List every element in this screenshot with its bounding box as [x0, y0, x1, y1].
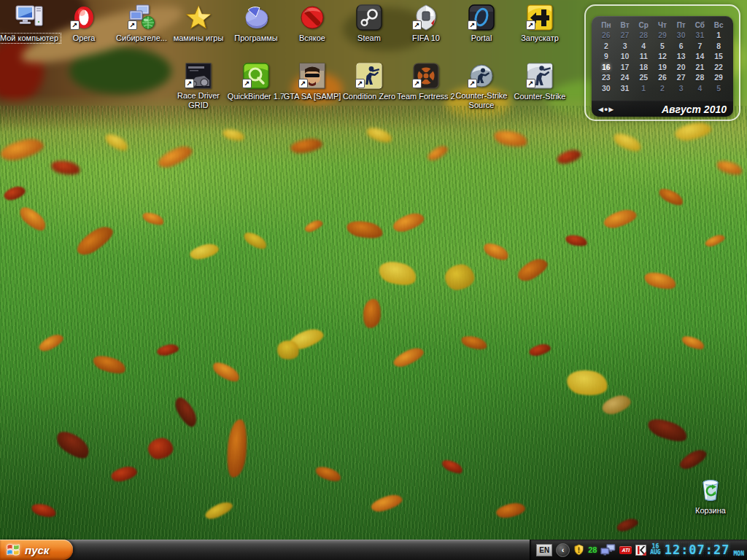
shortcut-arrow-icon: ↗	[298, 79, 308, 88]
calendar-day: 20	[672, 62, 691, 73]
chevron-left-icon: ‹	[562, 545, 565, 554]
pie-chart-icon	[242, 4, 270, 31]
desktop-icon-label: Программы	[231, 33, 280, 44]
shortcut-arrow-icon: ↗	[412, 79, 422, 88]
calendar-day: 30	[672, 30, 691, 41]
calendar-day: 22	[709, 62, 728, 73]
calendar-day: 29	[709, 72, 728, 83]
calendar-day-headers: ПнВтСрЧтПтСбВс	[592, 20, 733, 30]
shortcut-arrow-icon: ↗	[355, 79, 365, 88]
desktop-icon-label: Всякое	[296, 33, 328, 44]
calendar-day: 11	[634, 51, 653, 62]
clock-weekday: MON	[734, 551, 744, 558]
calendar-day: 3	[616, 41, 635, 52]
calendar-day: 8	[709, 41, 728, 52]
system-tray: EN ‹ 28 ATI	[530, 540, 747, 560]
desktop-icon-label: Steam	[355, 33, 384, 44]
shortcut-arrow-icon: ↗	[185, 79, 194, 88]
desktop-icon-opera[interactable]: ↗Opera	[51, 3, 117, 44]
calendar-day: 31	[616, 83, 635, 94]
calendar-day: 30	[597, 83, 616, 94]
calendar-day: 27	[672, 72, 691, 83]
tray-collapse-button[interactable]: ‹	[556, 543, 570, 557]
calendar-day: 26	[653, 72, 672, 83]
calendar-day: 9	[597, 51, 616, 62]
security-shield-icon[interactable]	[573, 544, 584, 556]
clock-date: 16 AUG	[650, 544, 660, 556]
network-icon[interactable]	[600, 544, 616, 556]
desktop-icon-recycle-bin[interactable]: Корзина	[678, 475, 743, 516]
desktop-icon-label: Корзина	[692, 505, 729, 516]
kaspersky-icon[interactable]	[635, 545, 646, 556]
shortcut-arrow-icon: ↗	[468, 20, 477, 30]
calendar-day: 5	[653, 41, 672, 52]
calendar-day: 12	[653, 51, 672, 62]
calendar-day: 17	[616, 62, 635, 73]
calendar-day-header: Пн	[597, 20, 616, 30]
calendar-next-icon[interactable]: ▶	[608, 106, 614, 113]
calendar-day: 5	[709, 83, 728, 94]
temperature-indicator[interactable]: 28	[588, 545, 597, 554]
windows-logo-icon	[6, 542, 20, 557]
desktop-icon-no-entry[interactable]: Всякое	[279, 3, 345, 44]
shortcut-arrow-icon: ↗	[242, 79, 252, 88]
calendar-day: 2	[653, 83, 672, 94]
calendar-footer: ◀●▶ Август 2010	[592, 101, 733, 117]
shortcut-arrow-icon: ↗	[412, 20, 422, 30]
calendar-day: 18	[634, 62, 653, 73]
calendar-month-label: Август 2010	[662, 104, 727, 115]
calendar-day: 4	[634, 41, 653, 52]
calendar-day: 4	[691, 83, 710, 94]
shortcut-arrow-icon: ↗	[468, 79, 477, 88]
calendar-day: 28	[691, 72, 710, 83]
tray-clock[interactable]: 16 AUG 12:07:27 MON	[650, 542, 744, 558]
shortcut-arrow-icon: ↗	[128, 20, 137, 30]
desktop-icon-star[interactable]: мамины игры	[166, 3, 231, 44]
calendar-day-today: 16	[597, 62, 616, 73]
clock-date-month: AUG	[650, 550, 660, 556]
calendar-day: 23	[597, 72, 616, 83]
desktop-icon-label: FIFA 10	[409, 33, 443, 44]
desktop-icon-label: Counter-Strike Source	[449, 90, 514, 111]
desktop-icon-network-places[interactable]: ↗Сибирьтеле...	[109, 3, 174, 44]
calendar-panel: ПнВтСрЧтПтСбВс 2627282930311234567891011…	[592, 16, 733, 117]
calendar-nav[interactable]: ◀●▶	[598, 106, 614, 113]
clock-time: 12:07:27	[663, 542, 732, 558]
desktop-icon-label: мамины игры	[171, 33, 227, 44]
recycle-bin-icon	[697, 477, 724, 503]
calendar-day: 6	[672, 41, 691, 52]
shortcut-arrow-icon: ↗	[526, 79, 535, 88]
desktop-icon-label: Race Driver GRID	[166, 90, 231, 111]
calendar-day: 1	[709, 30, 728, 41]
language-indicator[interactable]: EN	[536, 544, 552, 556]
desktop-icon-label: Condition Zero	[340, 91, 398, 102]
star-icon	[185, 4, 212, 31]
desktop-icon-grid-game[interactable]: ↗Race Driver GRID	[166, 61, 231, 111]
calendar-day-header: Вс	[709, 20, 728, 30]
desktop-icon-gta-sa[interactable]: ↗GTA SA [SAMP]	[279, 61, 345, 102]
desktop-icon-label: Counter-Strike	[511, 91, 569, 102]
calendar-day: 26	[597, 30, 616, 41]
desktop-icon-cs-source[interactable]: ↗Counter-Strike Source	[449, 61, 514, 111]
desktop-icon-condition-zero[interactable]: ↗Condition Zero	[336, 61, 402, 102]
calendar-prev-icon[interactable]: ◀	[598, 106, 604, 113]
desktop-icon-launcher[interactable]: ↗Запускатр	[507, 3, 573, 44]
start-button[interactable]: пуск	[0, 540, 73, 560]
calendar-widget: ПнВтСрЧтПтСбВс 2627282930311234567891011…	[584, 4, 740, 121]
desktop-icon-label: QuickBinder 1.7	[225, 91, 287, 102]
calendar-day: 27	[616, 30, 635, 41]
desktop-icon-label: GTA SA [SAMP]	[281, 91, 344, 102]
ati-icon[interactable]: ATI	[619, 546, 632, 554]
desktop-icon-counter-strike[interactable]: ↗Counter-Strike	[507, 61, 573, 102]
desktop-icon-steam[interactable]: Steam	[336, 3, 402, 44]
calendar-day: 29	[653, 30, 672, 41]
calendar-day-header: Вт	[616, 20, 635, 30]
no-entry-icon	[299, 4, 325, 31]
taskbar: пуск EN ‹ 28 ATI	[0, 540, 747, 560]
desktop-icon-label: Запускатр	[518, 33, 562, 44]
desktop-icon-portal[interactable]: ↗Portal	[449, 3, 514, 44]
calendar-day: 10	[616, 51, 635, 62]
calendar-day: 7	[691, 41, 710, 52]
calendar-day-header: Ср	[634, 20, 653, 30]
calendar-day-header: Сб	[691, 20, 710, 30]
